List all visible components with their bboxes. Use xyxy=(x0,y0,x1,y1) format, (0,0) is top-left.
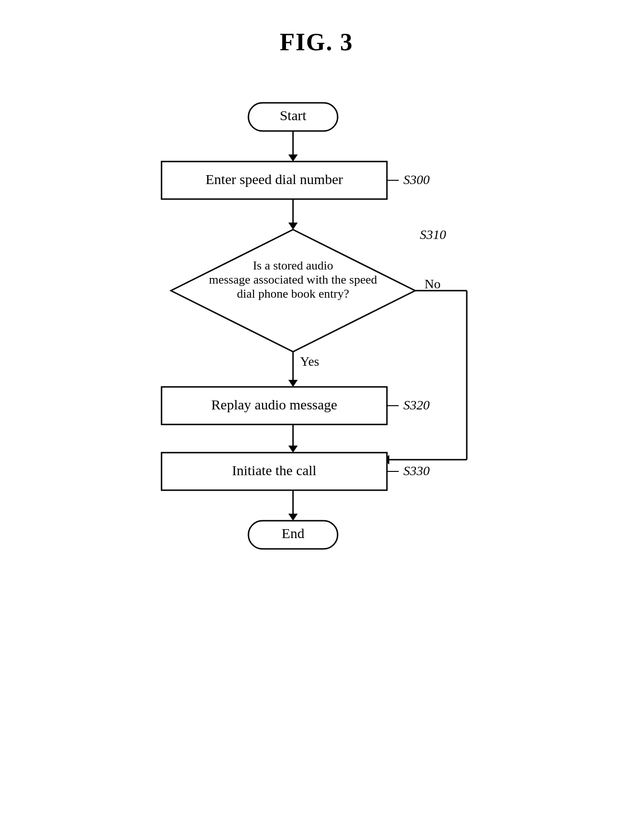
s310-label: S310 xyxy=(420,227,446,242)
page: FIG. 3 Start Enter speed dial number S30… xyxy=(0,0,633,840)
svg-marker-17 xyxy=(288,446,298,453)
s320-text: Replay audio message xyxy=(211,397,337,412)
start-label: Start xyxy=(280,108,307,123)
svg-marker-2 xyxy=(288,154,298,162)
s310-text-3: dial phone book entry? xyxy=(237,287,349,301)
flowchart-diagram: Start Enter speed dial number S300 Is a … xyxy=(105,93,528,751)
s300-label: S300 xyxy=(403,172,430,187)
flowchart-svg: Start Enter speed dial number S300 Is a … xyxy=(105,93,528,751)
svg-marker-6 xyxy=(288,223,298,230)
s300-text: Enter speed dial number xyxy=(206,171,343,187)
figure-title: FIG. 3 xyxy=(280,28,353,56)
svg-marker-9 xyxy=(288,380,298,387)
svg-marker-21 xyxy=(288,514,298,521)
s330-label: S330 xyxy=(403,463,430,478)
no-label: No xyxy=(425,277,440,291)
end-label: End xyxy=(282,525,304,541)
yes-label: Yes xyxy=(300,354,319,369)
s310-text-1: Is a stored audio xyxy=(253,259,333,272)
s330-text: Initiate the call xyxy=(232,462,316,478)
s320-label: S320 xyxy=(403,398,430,412)
s310-text-2: message associated with the speed xyxy=(209,273,377,286)
